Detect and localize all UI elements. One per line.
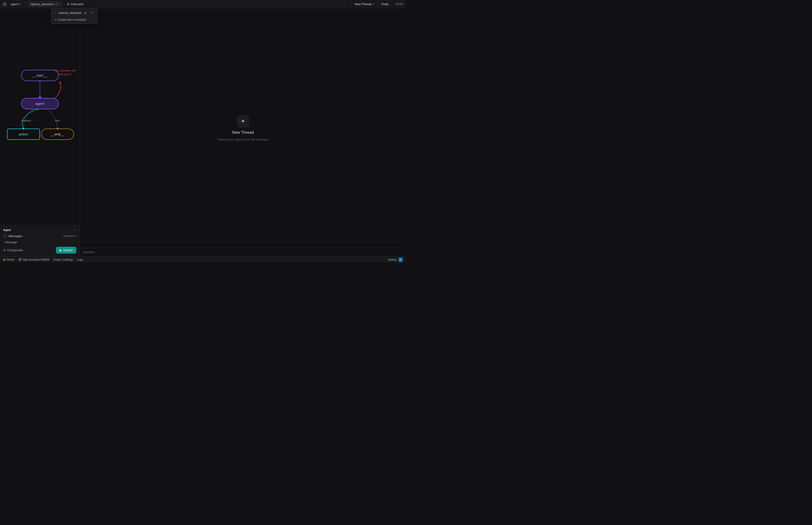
- start-node[interactable]: __start__: [21, 70, 59, 81]
- graph-container: __start__ agent action __end__ continue …: [5, 70, 75, 159]
- right-panel: ✦ New Thread Submit your input to run th…: [80, 9, 406, 256]
- input-panel: Input ⌄ ◯ Messages Required ▾ + Message …: [0, 225, 80, 256]
- end-node-label: __end__: [50, 132, 64, 136]
- required-badge[interactable]: Required ▾: [63, 235, 76, 238]
- vscode-icon: ⟩: [398, 258, 403, 262]
- output-label: OUTPUT: [83, 251, 95, 254]
- svg-rect-2: [3, 5, 6, 6]
- agent-label: agent: [11, 2, 18, 6]
- input-actions: ⚙ Configurable ▶ Submit: [3, 247, 76, 254]
- output-bar: OUTPUT ›: [80, 248, 406, 256]
- messages-label: ◯ Messages: [3, 234, 22, 238]
- play-icon: ▶: [60, 249, 62, 252]
- topbar-right: New Thread ▾ Pretty JSON: [351, 0, 406, 8]
- dropdown-assistant-item[interactable]: ✓ openai_assistant v2 ✏: [52, 9, 97, 16]
- collapse-button[interactable]: ⌄: [74, 228, 76, 232]
- svg-marker-8: [59, 82, 61, 84]
- main-content: __start__ agent action __end__ continue …: [0, 9, 406, 256]
- output-expand-button[interactable]: ›: [402, 251, 403, 254]
- assistant-selector[interactable]: openai_assistant v2 ▾: [28, 1, 63, 7]
- check-icon: ✓: [55, 11, 57, 15]
- thread-chevron-icon: ▾: [373, 3, 374, 5]
- action-node[interactable]: action: [7, 129, 40, 140]
- pretty-button[interactable]: Pretty: [378, 0, 392, 8]
- sidebar-toggle-button[interactable]: [2, 2, 7, 6]
- sparkle-icon: ✦: [237, 115, 249, 127]
- dropdown-assistant-label: openai_assistant: [59, 11, 82, 15]
- graph-area: __start__ agent action __end__ continue …: [0, 9, 80, 225]
- edge-continue-label: continue: [21, 119, 31, 122]
- online-dot-icon: [3, 259, 5, 260]
- end-node[interactable]: __end__: [41, 129, 74, 140]
- required-chevron-icon: ▾: [75, 235, 76, 238]
- sparkle-glyph: ✦: [241, 118, 245, 124]
- topbar-left: agent ▾: [0, 0, 25, 8]
- thread-selector[interactable]: New Thread ▾: [351, 0, 378, 8]
- agent-selector[interactable]: agent ▾: [9, 2, 22, 6]
- messages-text: Messages: [9, 234, 22, 238]
- status-bar: Online 🔗 http://localhost:60605 Project …: [0, 256, 406, 262]
- create-assistant-item[interactable]: + Create New Assistant: [52, 16, 97, 23]
- topbar: agent ▾ openai_assistant v2 ▾ ✓ openai_a…: [0, 0, 406, 9]
- add-message-button[interactable]: + Message: [3, 240, 76, 245]
- edit-assistant-button[interactable]: ✏: [90, 11, 94, 15]
- localhost-url[interactable]: 🔗 http://localhost:60605: [18, 258, 49, 261]
- new-thread-title: New Thread: [232, 130, 254, 135]
- dropdown-version: v2: [84, 12, 87, 14]
- add-message-label: + Message: [3, 241, 17, 244]
- interrupts-label: Interrupts: [71, 2, 83, 6]
- chat-icon: ◯: [3, 234, 7, 238]
- configurable-label: Configurable: [7, 249, 23, 252]
- thread-view: ✦ New Thread Submit your input to run th…: [80, 9, 406, 248]
- new-thread-subtitle: Submit your input to run the assistant: [218, 138, 268, 141]
- svg-rect-0: [3, 3, 6, 3]
- agent-node[interactable]: agent: [21, 98, 59, 109]
- online-status: Online: [3, 258, 15, 261]
- messages-row: ◯ Messages Required ▾: [3, 234, 76, 238]
- thread-label: New Thread: [355, 2, 371, 6]
- assistant-chevron-icon: ▾: [59, 3, 60, 5]
- topbar-center: openai_assistant v2 ▾ ✓ openai_assistant…: [25, 0, 351, 8]
- action-node-label: action: [18, 132, 28, 136]
- deploy-button[interactable]: Deploy: [388, 258, 397, 261]
- json-button[interactable]: JSON: [392, 0, 406, 8]
- start-node-label: __start__: [32, 73, 47, 77]
- agent-chevron-icon: ▾: [19, 3, 21, 5]
- link-icon: 🔗: [18, 258, 21, 261]
- input-header: Input ⌄: [3, 228, 76, 232]
- assistant-label: openai_assistant: [31, 2, 53, 6]
- gear-icon: ⚙: [3, 249, 6, 252]
- interrupts-icon: ⚙: [67, 3, 70, 6]
- create-assistant-label: + Create New Assistant: [55, 18, 86, 21]
- project-settings-link[interactable]: Project Settings: [53, 258, 73, 261]
- version-badge: v2: [55, 3, 58, 6]
- interrupts-button[interactable]: ⚙ Interrupts: [65, 2, 86, 6]
- svg-rect-1: [3, 4, 6, 4]
- edge-end-label: end: [55, 119, 59, 122]
- deploy-area: Deploy ⟩: [388, 258, 403, 262]
- graph-edges: [5, 70, 75, 159]
- format-buttons: Pretty JSON: [378, 0, 406, 8]
- submit-label: Submit: [63, 249, 73, 252]
- left-panel: __start__ agent action __end__ continue …: [0, 9, 80, 256]
- logs-link[interactable]: Logs: [77, 258, 83, 261]
- required-text: Required: [63, 235, 74, 237]
- submit-button[interactable]: ▶ Submit: [56, 247, 76, 254]
- agent-node-label: agent: [35, 102, 44, 106]
- url-text: http://localhost:60605: [23, 258, 49, 261]
- input-title: Input: [3, 228, 11, 232]
- assistant-dropdown: ✓ openai_assistant v2 ✏ + Create New Ass…: [51, 8, 98, 24]
- online-label: Online: [6, 258, 15, 261]
- configurable-button[interactable]: ⚙ Configurable: [3, 249, 23, 252]
